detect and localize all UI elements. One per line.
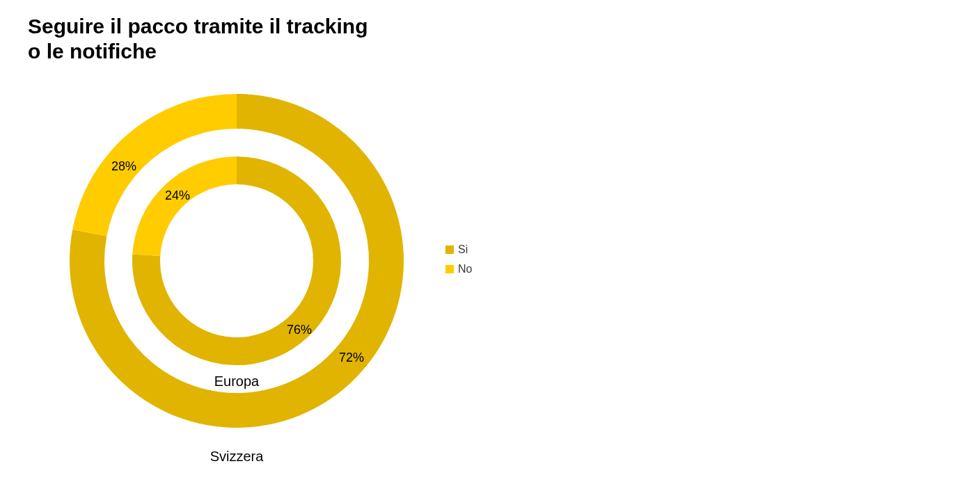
outer-no-label: 28%: [111, 159, 136, 173]
donut-svg: 72% 28% 76% 24% Europa Svizzera: [42, 66, 432, 483]
donut-chart: 72% 28% 76% 24% Europa Svizzera: [42, 66, 432, 483]
outer-si-label: 72%: [339, 351, 364, 364]
legend: Si No: [445, 243, 472, 282]
inner-slice-no: [132, 156, 237, 256]
inner-si-label: 76%: [287, 323, 312, 337]
chart-title: Seguire il pacco tramite il tracking o l…: [28, 14, 368, 64]
inner-ring-name: Europa: [214, 374, 260, 389]
legend-swatch-si: [445, 246, 454, 254]
legend-label-si: Si: [458, 243, 468, 256]
inner-no-label: 24%: [165, 188, 190, 202]
legend-item-si: Si: [445, 243, 472, 256]
legend-item-no: No: [445, 263, 472, 275]
outer-ring-name: Svizzera: [210, 449, 264, 464]
legend-label-no: No: [458, 263, 472, 275]
legend-swatch-no: [445, 265, 454, 273]
